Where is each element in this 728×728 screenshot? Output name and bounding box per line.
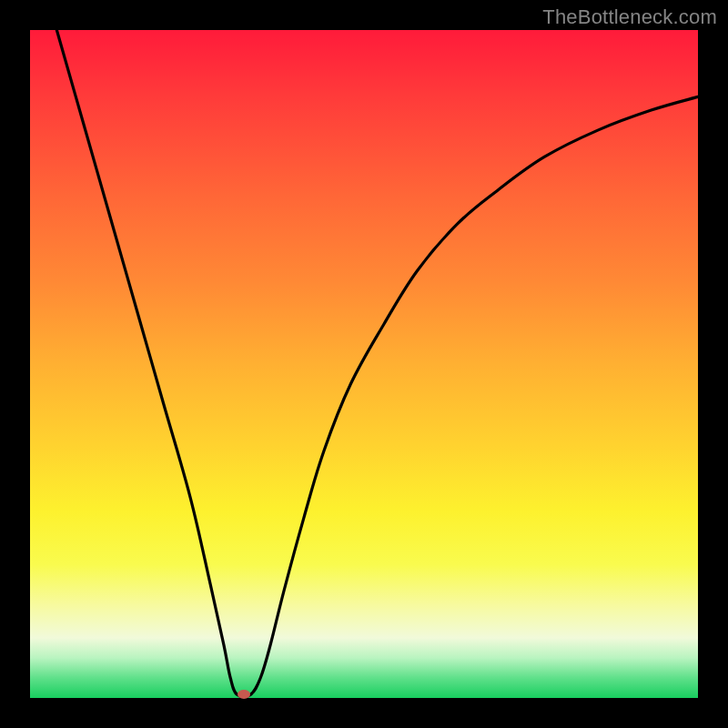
- watermark-text: TheBottleneck.com: [542, 5, 717, 29]
- min-marker: [238, 690, 250, 699]
- curve-svg: [30, 30, 698, 698]
- plot-area: [30, 30, 698, 698]
- chart-curve: [56, 30, 698, 697]
- chart-frame: TheBottleneck.com: [0, 0, 728, 728]
